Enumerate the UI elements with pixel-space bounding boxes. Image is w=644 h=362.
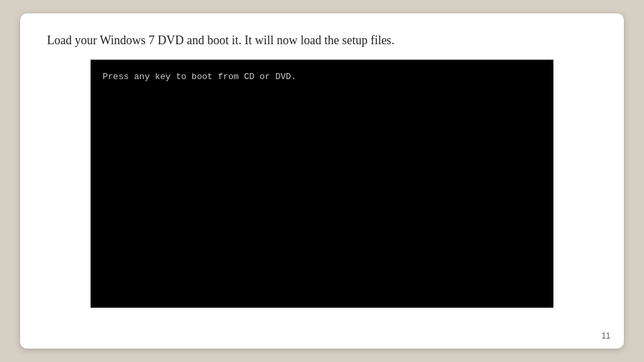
page-number: 11	[602, 331, 610, 341]
slide-container: Load your Windows 7 DVD and boot it. It …	[20, 13, 624, 349]
slide-title: Load your Windows 7 DVD and boot it. It …	[47, 34, 597, 48]
screen-image: Press any key to boot from CD or DVD.	[91, 60, 553, 308]
terminal-text: Press any key to boot from CD or DVD.	[103, 72, 297, 82]
